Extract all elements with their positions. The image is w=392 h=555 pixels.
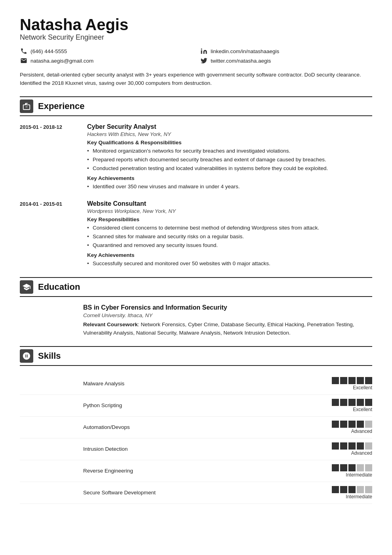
job-dates-1: 2014-01 - 2015-01 — [20, 200, 83, 268]
skill-bar-2-1 — [340, 421, 347, 428]
skill-bars-1 — [332, 399, 372, 406]
skill-row-4: Reverse EngineeringIntermediate — [20, 460, 372, 482]
skill-level-3: Advanced — [351, 450, 372, 456]
education-content: BS in Cyber Forensics and Information Se… — [20, 304, 372, 337]
achievement-item-0-0: Identified over 350 new viruses and malw… — [87, 183, 372, 191]
achievements-list-0: Identified over 350 new viruses and malw… — [87, 183, 372, 191]
skill-rating-3: Advanced — [332, 442, 372, 456]
skill-bar-1-1 — [340, 399, 347, 406]
skill-name-2: Automation/Devops — [20, 424, 332, 430]
skill-level-0: Excellent — [353, 385, 372, 390]
job-content-0: Cyber Security AnalystHackers With Ethic… — [87, 123, 372, 191]
skill-row-1: Python ScriptingExcellent — [20, 395, 372, 417]
skill-bars-5 — [332, 486, 372, 493]
skill-bar-4-4 — [365, 464, 372, 471]
skill-bar-1-4 — [365, 399, 372, 406]
skill-rating-1: Excellent — [332, 399, 372, 412]
skill-bar-5-2 — [348, 486, 356, 493]
name: Natasha Aegis — [20, 16, 372, 33]
achievements-list-1: Successfully secured and monitored over … — [87, 260, 372, 268]
contact-linkedin: linkedin.com/in/natashaaegis — [200, 47, 372, 55]
job-dates-0: 2015-01 - 2018-12 — [20, 123, 83, 191]
skill-bar-0-4 — [365, 377, 372, 384]
skill-level-2: Advanced — [351, 429, 372, 434]
qualification-item-1-1: Scanned sites for malware and security r… — [87, 233, 372, 241]
skill-bar-1-2 — [348, 399, 356, 406]
skill-row-3: Intrusion DetectionAdvanced — [20, 438, 372, 460]
skill-level-4: Intermediate — [346, 472, 372, 478]
edu-school: Cornell University. Ithaca, NY — [83, 312, 372, 318]
skill-row-2: Automation/DevopsAdvanced — [20, 417, 372, 438]
skill-bar-0-3 — [357, 377, 364, 384]
skill-row-5: Secure Software DevelopmentIntermediate — [20, 482, 372, 504]
skill-name-0: Malware Analysis — [20, 381, 332, 387]
phone-icon — [20, 47, 28, 55]
skill-bar-5-3 — [357, 486, 364, 493]
email-text: natasha.aegis@gmail.com — [30, 58, 93, 64]
edu-coursework: Relevant Coursework: Network Forensics, … — [83, 321, 372, 337]
skill-bar-3-4 — [365, 442, 372, 450]
job-title-0: Cyber Security Analyst — [87, 123, 372, 130]
experience-entry-1: 2014-01 - 2015-01Website ConsultantWordp… — [20, 200, 372, 268]
contact-grid: (646) 444-5555 linkedin.com/in/natashaae… — [20, 47, 372, 65]
skill-bar-4-2 — [348, 464, 356, 471]
qualifications-heading-1: Key Responsibilities — [87, 216, 372, 222]
skill-name-1: Python Scripting — [20, 402, 332, 408]
skill-bar-2-2 — [348, 421, 356, 428]
experience-icon — [20, 100, 33, 113]
skill-rating-0: Excellent — [332, 377, 372, 390]
skill-bars-4 — [332, 464, 372, 471]
qualifications-list-0: Monitored organization's networks for se… — [87, 147, 372, 173]
skill-row-0: Malware AnalysisExcellent — [20, 373, 372, 395]
qualification-item-0-1: Prepared reports which documented securi… — [87, 156, 372, 164]
contact-phone: (646) 444-5555 — [20, 47, 192, 55]
svg-rect-0 — [25, 107, 28, 107]
skill-rating-2: Advanced — [332, 421, 372, 434]
experience-container: 2015-01 - 2018-12Cyber Security AnalystH… — [20, 123, 372, 268]
edu-degree: BS in Cyber Forensics and Information Se… — [83, 304, 372, 311]
qualification-item-1-2: Quarantined and removed any security iss… — [87, 241, 372, 249]
twitter-icon — [200, 57, 208, 65]
skill-bar-2-4 — [365, 421, 372, 428]
skills-section-header: Skills — [20, 346, 372, 366]
contact-twitter: twitter.com/natasha.aegis — [200, 57, 372, 65]
achievement-item-1-0: Successfully secured and monitored over … — [87, 260, 372, 268]
job-title: Network Security Engineer — [20, 33, 372, 42]
skill-bar-4-0 — [332, 464, 339, 471]
experience-title: Experience — [38, 101, 84, 111]
qualifications-heading-0: Key Qualifications & Responsibilities — [87, 140, 372, 145]
skills-list: Malware AnalysisExcellentPython Scriptin… — [20, 373, 372, 504]
linkedin-text: linkedin.com/in/natashaaegis — [211, 48, 279, 54]
education-icon — [20, 280, 33, 294]
skill-bar-0-1 — [340, 377, 347, 384]
skill-bars-3 — [332, 442, 372, 450]
skill-bar-5-1 — [340, 486, 347, 493]
skill-bar-5-4 — [365, 486, 372, 493]
skill-bar-4-1 — [340, 464, 347, 471]
qualification-item-0-2: Conducted penetration testing and locate… — [87, 165, 372, 172]
skill-bar-2-3 — [357, 421, 364, 428]
linkedin-icon — [200, 47, 208, 55]
skill-bar-3-3 — [357, 442, 364, 450]
skill-bar-0-2 — [348, 377, 356, 384]
skill-bar-2-0 — [332, 421, 339, 428]
education-section-header: Education — [20, 277, 372, 297]
skill-rating-4: Intermediate — [332, 464, 372, 478]
skill-level-1: Excellent — [353, 407, 372, 412]
skill-bar-4-3 — [357, 464, 364, 471]
coursework-label: Relevant Coursework — [83, 322, 138, 327]
skill-name-3: Intrusion Detection — [20, 446, 332, 452]
skill-name-4: Reverse Engineering — [20, 468, 332, 474]
skills-title: Skills — [38, 351, 61, 361]
skill-bar-3-1 — [340, 442, 347, 450]
summary: Persistent, detail-oriented cyber securi… — [20, 71, 372, 88]
skills-icon — [20, 349, 33, 363]
twitter-text: twitter.com/natasha.aegis — [211, 58, 271, 64]
qualification-item-0-0: Monitored organization's networks for se… — [87, 147, 372, 155]
skill-bar-5-0 — [332, 486, 339, 493]
experience-entry-0: 2015-01 - 2018-12Cyber Security AnalystH… — [20, 123, 372, 191]
contact-email: natasha.aegis@gmail.com — [20, 57, 192, 65]
skill-name-5: Secure Software Development — [20, 490, 332, 496]
job-title-1: Website Consultant — [87, 200, 372, 207]
skill-bar-0-0 — [332, 377, 339, 384]
